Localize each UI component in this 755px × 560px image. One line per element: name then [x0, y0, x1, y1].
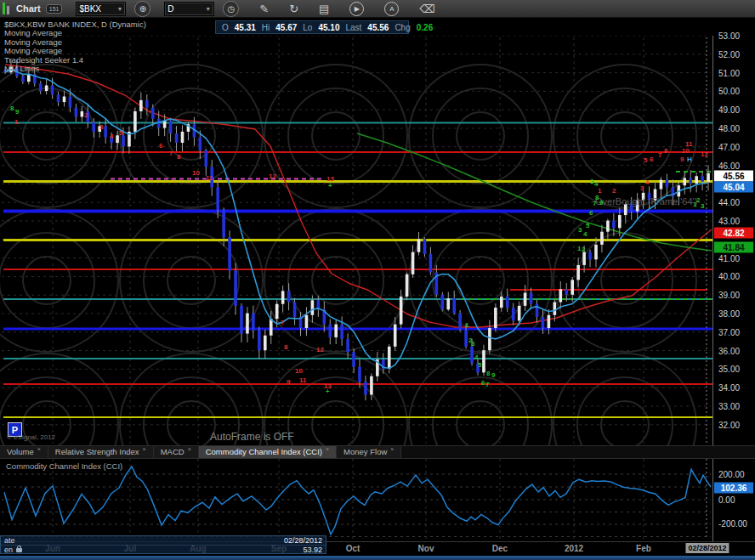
high-value: 45.67: [275, 23, 297, 32]
time-template-button[interactable]: ◷: [223, 1, 239, 17]
change-label: Chg: [395, 23, 410, 32]
seeker-count-label: 5: [586, 222, 590, 229]
price-tick-label: 51.00: [718, 68, 740, 77]
seeker-count-label: 2: [84, 111, 88, 119]
seeker-count-label: 10: [192, 169, 200, 177]
tab-commodity-channel-index-cci-[interactable]: Commodity Channel Index (CCI)×: [199, 446, 337, 458]
price-badge: 45.04: [714, 182, 753, 193]
month-label: Oct: [346, 544, 360, 553]
seeker-count-label: 3: [701, 202, 705, 210]
symbol-lookup-button[interactable]: ⊕: [134, 1, 150, 17]
price-tick-label: 32.00: [718, 420, 740, 429]
lock-icon: [16, 548, 22, 552]
seeker-count-label: 1: [14, 118, 19, 126]
cci-tick-label: 0.00: [718, 495, 735, 505]
price-tick-label: 40.00: [718, 272, 740, 281]
price-tick-label: 50.00: [718, 87, 740, 96]
symbol-value[interactable]: $BKX: [79, 4, 116, 14]
chevron-down-icon[interactable]: ▼: [205, 6, 211, 12]
seeker-count-label: 4: [645, 178, 650, 186]
close-icon[interactable]: ×: [326, 446, 329, 452]
price-badge: 42.82: [714, 228, 753, 239]
high-label: Hi: [262, 23, 270, 32]
month-label: Nov: [418, 544, 434, 553]
interval-value[interactable]: D: [167, 4, 205, 14]
seeker-count-label: 5: [119, 129, 123, 137]
seeker-count-label: 2: [612, 187, 616, 195]
auto-icon[interactable]: A: [384, 2, 399, 16]
cci-tick-label: 200.00: [718, 470, 745, 479]
price-badge: 45.56: [714, 171, 753, 182]
price-tick-label: 37.00: [718, 327, 740, 337]
target-icon: ⊕: [139, 4, 146, 14]
refresh-icon[interactable]: ↻: [289, 3, 298, 15]
toolbar: Chart 151 $BKX ▼ ⊕ D ▼ ◷ ✎ ↻ ▤ ▶ A ⌫: [0, 0, 755, 18]
chart-window: Chart 151 $BKX ▼ ⊕ D ▼ ◷ ✎ ↻ ▤ ▶ A ⌫ O 4…: [0, 0, 755, 560]
seeker-count-label: 11: [685, 140, 693, 148]
seeker-count-label: 7: [281, 319, 285, 326]
interval-select[interactable]: D ▼: [164, 2, 214, 16]
pencil-icon[interactable]: ✎: [259, 3, 269, 15]
seeker-count-label: 9: [491, 371, 496, 379]
data-window-overlay: ate 02/28/2012 en 53.92: [0, 535, 326, 554]
price-tick-label: 49.00: [718, 105, 740, 115]
panel-icon[interactable]: ▤: [319, 3, 329, 15]
app-logo-icon: [3, 3, 9, 14]
seeker-count-label: 7: [658, 151, 662, 159]
tab-money-flow[interactable]: Money Flow×: [337, 446, 401, 458]
price-tick-label: 52.00: [718, 49, 740, 59]
seeker-count-label: 12: [269, 173, 276, 180]
seeker-count-label: 8: [284, 343, 288, 351]
price-tick-label: 43.00: [718, 217, 740, 226]
seeker-count-label: 4: [110, 133, 114, 140]
autoframe-status: AutoFrame is OFF: [210, 431, 294, 443]
open-value: 45.31: [235, 23, 256, 32]
seeker-count-label: 11: [206, 174, 213, 182]
open-label: O: [222, 23, 229, 32]
close-icon[interactable]: ×: [37, 446, 41, 452]
seeker-count-label: 11: [299, 376, 307, 384]
price-tick-label: 35.00: [718, 365, 740, 374]
price-tick-label: 39.00: [718, 291, 740, 300]
seeker-count-label: 3: [640, 184, 644, 192]
legend-mm-lines: MM Lines: [4, 65, 146, 73]
price-tick-label: 44.00: [718, 198, 740, 207]
seeker-count-label: 6: [589, 209, 593, 217]
price-axis[interactable]: 53.0052.0051.0050.0049.0048.0047.0046.00…: [712, 36, 755, 445]
price-chart[interactable]: OverBought (Frame '64')12345678101112137…: [0, 36, 712, 445]
symbol-input[interactable]: $BKX ▼: [76, 2, 126, 16]
cci-tick-label: -200.00: [718, 519, 747, 529]
seeker-count-label: 5: [644, 156, 648, 164]
seeker-count-label: 9: [599, 199, 604, 206]
chevron-down-icon[interactable]: ▼: [116, 6, 122, 12]
seeker-count-label: 7: [169, 150, 173, 157]
seeker-count-label: 4: [594, 180, 599, 188]
indicator-tabs: Volume×Relative Strength Index×MACD×Comm…: [0, 445, 755, 459]
seeker-count-label: 12: [701, 150, 708, 158]
month-label: Feb: [636, 544, 651, 553]
seeker-count-label: 8: [486, 370, 491, 377]
tab-macd[interactable]: MACD×: [154, 446, 199, 458]
month-label: Dec: [492, 544, 508, 553]
low-value: 45.10: [318, 23, 339, 32]
copyright-text: © eSignal, 2012: [7, 433, 55, 441]
price-badge: 41.84: [714, 242, 753, 253]
seeker-count-label: 9: [680, 156, 684, 163]
tab-relative-strength-index[interactable]: Relative Strength Index×: [48, 446, 154, 458]
seeker-count-label: +: [328, 182, 332, 189]
seeker-count-label: 3: [578, 226, 582, 234]
data-window-open-label: en: [4, 546, 13, 554]
close-icon[interactable]: ×: [143, 446, 146, 452]
close-icon[interactable]: ×: [188, 446, 191, 452]
seeker-count-label: 3: [99, 123, 104, 131]
seeker-count-label: 9: [15, 108, 20, 116]
eraser-icon[interactable]: ⌫: [419, 3, 434, 15]
play-icon[interactable]: ▶: [349, 2, 364, 16]
close-icon[interactable]: ×: [390, 446, 394, 452]
cci-axis[interactable]: 200.000.00-200.00102.36: [712, 457, 755, 541]
price-tick-label: 34.00: [718, 383, 740, 393]
tab-volume[interactable]: Volume×: [0, 446, 48, 458]
seeker-count-label: 6: [159, 142, 163, 150]
price-tick-label: 46.00: [718, 161, 740, 170]
seeker-count-label: 4: [474, 354, 479, 361]
